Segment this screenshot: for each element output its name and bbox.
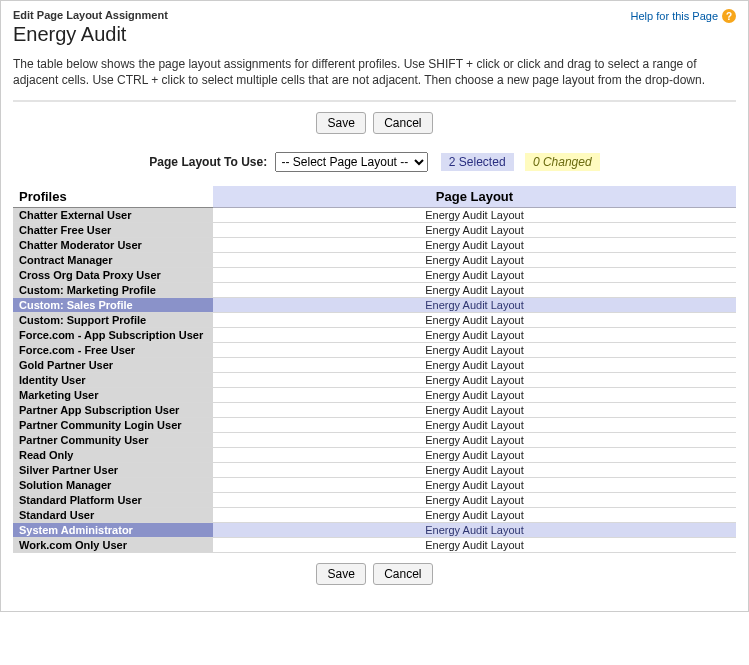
- layout-cell[interactable]: Energy Audit Layout: [213, 463, 736, 478]
- profile-cell[interactable]: Read Only: [13, 448, 213, 463]
- table-row: Standard UserEnergy Audit Layout: [13, 508, 736, 523]
- layout-cell[interactable]: Energy Audit Layout: [213, 418, 736, 433]
- table-row: Force.com - Free UserEnergy Audit Layout: [13, 343, 736, 358]
- profile-cell[interactable]: Partner Community Login User: [13, 418, 213, 433]
- profile-cell[interactable]: Chatter Free User: [13, 223, 213, 238]
- layout-cell[interactable]: Energy Audit Layout: [213, 448, 736, 463]
- table-body: Chatter External UserEnergy Audit Layout…: [13, 208, 736, 553]
- profile-cell[interactable]: Contract Manager: [13, 253, 213, 268]
- intro-text: The table below shows the page layout as…: [13, 56, 736, 88]
- layout-cell[interactable]: Energy Audit Layout: [213, 523, 736, 538]
- layout-cell[interactable]: Energy Audit Layout: [213, 493, 736, 508]
- profile-cell[interactable]: Force.com - App Subscription User: [13, 328, 213, 343]
- profile-cell[interactable]: Chatter Moderator User: [13, 238, 213, 253]
- help-link-text: Help for this Page: [631, 10, 718, 22]
- table-row: Work.com Only UserEnergy Audit Layout: [13, 538, 736, 553]
- profile-cell[interactable]: Work.com Only User: [13, 538, 213, 553]
- page-title: Energy Audit: [13, 23, 168, 46]
- profile-cell[interactable]: Partner Community User: [13, 433, 213, 448]
- profile-cell[interactable]: Silver Partner User: [13, 463, 213, 478]
- table-row: Read OnlyEnergy Audit Layout: [13, 448, 736, 463]
- profiles-header: Profiles: [13, 186, 213, 208]
- profile-cell[interactable]: Standard User: [13, 508, 213, 523]
- table-row: Cross Org Data Proxy UserEnergy Audit La…: [13, 268, 736, 283]
- profile-cell[interactable]: Standard Platform User: [13, 493, 213, 508]
- profile-cell[interactable]: Custom: Marketing Profile: [13, 283, 213, 298]
- table-row: Solution ManagerEnergy Audit Layout: [13, 478, 736, 493]
- layout-cell[interactable]: Energy Audit Layout: [213, 298, 736, 313]
- profile-cell[interactable]: Chatter External User: [13, 208, 213, 223]
- header-row: Edit Page Layout Assignment Energy Audit…: [13, 9, 736, 46]
- layout-cell[interactable]: Energy Audit Layout: [213, 373, 736, 388]
- layout-cell[interactable]: Energy Audit Layout: [213, 253, 736, 268]
- table-row: System AdministratorEnergy Audit Layout: [13, 523, 736, 538]
- profile-cell[interactable]: Force.com - Free User: [13, 343, 213, 358]
- profile-cell[interactable]: Identity User: [13, 373, 213, 388]
- page-layout-header[interactable]: Page Layout: [213, 186, 736, 208]
- table-row: Partner Community UserEnergy Audit Layou…: [13, 433, 736, 448]
- layout-cell[interactable]: Energy Audit Layout: [213, 283, 736, 298]
- profile-cell[interactable]: Marketing User: [13, 388, 213, 403]
- layout-cell[interactable]: Energy Audit Layout: [213, 538, 736, 553]
- cancel-button-top[interactable]: Cancel: [373, 112, 432, 134]
- table-row: Force.com - App Subscription UserEnergy …: [13, 328, 736, 343]
- bottom-button-row: Save Cancel: [13, 563, 736, 585]
- save-button-top[interactable]: Save: [316, 112, 365, 134]
- table-row: Gold Partner UserEnergy Audit Layout: [13, 358, 736, 373]
- layout-assignment-table: Profiles Page Layout Chatter External Us…: [13, 186, 736, 553]
- help-link[interactable]: Help for this Page ?: [631, 9, 736, 23]
- save-button-bottom[interactable]: Save: [316, 563, 365, 585]
- layout-cell[interactable]: Energy Audit Layout: [213, 433, 736, 448]
- layout-cell[interactable]: Energy Audit Layout: [213, 388, 736, 403]
- profile-cell[interactable]: System Administrator: [13, 523, 213, 538]
- table-row: Custom: Support ProfileEnergy Audit Layo…: [13, 313, 736, 328]
- layout-cell[interactable]: Energy Audit Layout: [213, 208, 736, 223]
- profile-cell[interactable]: Cross Org Data Proxy User: [13, 268, 213, 283]
- table-row: Chatter Moderator UserEnergy Audit Layou…: [13, 238, 736, 253]
- layout-cell[interactable]: Energy Audit Layout: [213, 313, 736, 328]
- table-row: Partner App Subscription UserEnergy Audi…: [13, 403, 736, 418]
- changed-count-badge: 0 Changed: [525, 153, 600, 171]
- divider: [13, 100, 736, 102]
- layout-cell[interactable]: Energy Audit Layout: [213, 328, 736, 343]
- table-row: Partner Community Login UserEnergy Audit…: [13, 418, 736, 433]
- cancel-button-bottom[interactable]: Cancel: [373, 563, 432, 585]
- profile-cell[interactable]: Custom: Support Profile: [13, 313, 213, 328]
- table-row: Custom: Sales ProfileEnergy Audit Layout: [13, 298, 736, 313]
- layout-selector-row: Page Layout To Use: -- Select Page Layou…: [13, 152, 736, 172]
- layout-cell[interactable]: Energy Audit Layout: [213, 508, 736, 523]
- layout-selector-label: Page Layout To Use:: [149, 155, 267, 169]
- table-row: Chatter Free UserEnergy Audit Layout: [13, 223, 736, 238]
- profile-cell[interactable]: Gold Partner User: [13, 358, 213, 373]
- layout-cell[interactable]: Energy Audit Layout: [213, 238, 736, 253]
- table-row: Silver Partner UserEnergy Audit Layout: [13, 463, 736, 478]
- table-row: Identity UserEnergy Audit Layout: [13, 373, 736, 388]
- selected-count-badge: 2 Selected: [441, 153, 514, 171]
- profile-cell[interactable]: Partner App Subscription User: [13, 403, 213, 418]
- table-row: Contract ManagerEnergy Audit Layout: [13, 253, 736, 268]
- table-row: Chatter External UserEnergy Audit Layout: [13, 208, 736, 223]
- layout-cell[interactable]: Energy Audit Layout: [213, 358, 736, 373]
- layout-cell[interactable]: Energy Audit Layout: [213, 403, 736, 418]
- profile-cell[interactable]: Solution Manager: [13, 478, 213, 493]
- page-subtitle: Edit Page Layout Assignment: [13, 9, 168, 21]
- header-left: Edit Page Layout Assignment Energy Audit: [13, 9, 168, 46]
- table-row: Standard Platform UserEnergy Audit Layou…: [13, 493, 736, 508]
- table-row: Marketing UserEnergy Audit Layout: [13, 388, 736, 403]
- help-icon: ?: [722, 9, 736, 23]
- layout-cell[interactable]: Energy Audit Layout: [213, 478, 736, 493]
- layout-cell[interactable]: Energy Audit Layout: [213, 343, 736, 358]
- profile-cell[interactable]: Custom: Sales Profile: [13, 298, 213, 313]
- page-container: Edit Page Layout Assignment Energy Audit…: [0, 0, 749, 612]
- layout-cell[interactable]: Energy Audit Layout: [213, 268, 736, 283]
- table-row: Custom: Marketing ProfileEnergy Audit La…: [13, 283, 736, 298]
- layout-selector[interactable]: -- Select Page Layout --: [275, 152, 428, 172]
- top-button-row: Save Cancel: [13, 112, 736, 134]
- layout-cell[interactable]: Energy Audit Layout: [213, 223, 736, 238]
